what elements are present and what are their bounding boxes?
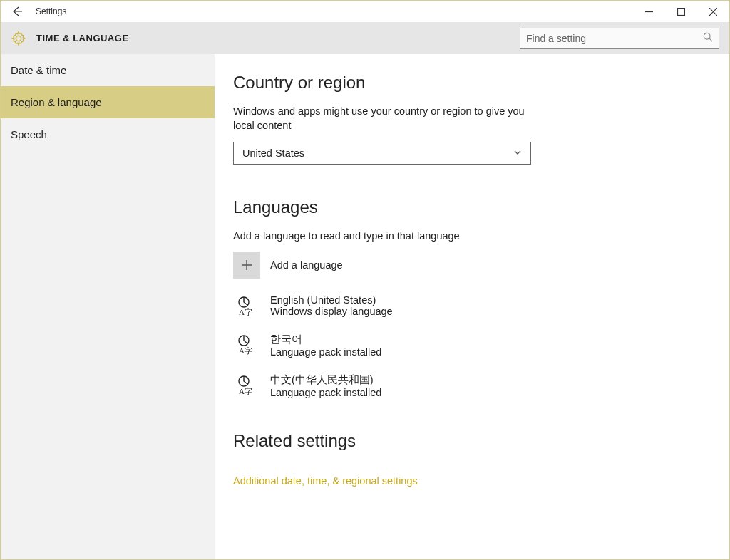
maximize-icon <box>677 8 685 16</box>
body: Date & time Region & language Speech Cou… <box>1 54 729 559</box>
related-link[interactable]: Additional date, time, & regional settin… <box>233 475 418 487</box>
content-area: Country or region Windows and apps might… <box>215 54 729 559</box>
gear-icon <box>11 31 26 46</box>
svg-text:A字: A字 <box>239 387 252 395</box>
sidebar-item-label: Speech <box>11 128 47 140</box>
svg-rect-0 <box>678 8 685 15</box>
sidebar-item-date-time[interactable]: Date & time <box>1 54 215 86</box>
language-name: 한국어 <box>270 333 381 346</box>
country-dropdown[interactable]: United States <box>233 142 531 165</box>
language-name: English (United States) <box>270 294 393 306</box>
sidebar-item-region-language[interactable]: Region & language <box>1 86 215 118</box>
language-sub: Windows display language <box>270 306 393 317</box>
country-heading: Country or region <box>233 73 729 93</box>
window-controls <box>633 1 729 22</box>
sidebar: Date & time Region & language Speech <box>1 54 215 559</box>
language-name: 中文(中华人民共和国) <box>270 373 381 387</box>
language-item[interactable]: A字 한국어 Language pack installed <box>233 333 729 358</box>
titlebar: Settings <box>1 1 729 22</box>
settings-window: Settings TIME & LANGUAGE <box>0 0 730 560</box>
close-button[interactable] <box>697 1 729 22</box>
search-box[interactable] <box>520 28 719 49</box>
svg-text:A字: A字 <box>239 308 252 316</box>
language-item[interactable]: A字 English (United States) Windows displ… <box>233 294 729 317</box>
language-icon: A字 <box>233 294 260 317</box>
minimize-button[interactable] <box>633 1 665 22</box>
sidebar-item-label: Region & language <box>11 96 102 108</box>
plus-icon <box>233 252 260 279</box>
search-input[interactable] <box>526 33 699 44</box>
arrow-left-icon <box>11 6 23 17</box>
add-language-button[interactable]: Add a language <box>233 252 729 279</box>
minimize-icon <box>645 8 653 16</box>
languages-blurb: Add a language to read and type in that … <box>233 229 533 243</box>
sidebar-item-speech[interactable]: Speech <box>1 118 215 150</box>
country-blurb: Windows and apps might use your country … <box>233 104 533 133</box>
add-language-label: Add a language <box>270 259 343 271</box>
close-icon <box>709 8 717 16</box>
language-item[interactable]: A字 中文(中华人民共和国) Language pack installed <box>233 373 729 398</box>
maximize-button[interactable] <box>665 1 697 22</box>
svg-point-1 <box>704 33 710 39</box>
language-sub: Language pack installed <box>270 387 381 398</box>
back-button[interactable] <box>1 1 33 22</box>
search-icon <box>703 32 713 45</box>
country-selected: United States <box>242 147 304 159</box>
header-section-title: TIME & LANGUAGE <box>36 33 520 43</box>
languages-heading: Languages <box>233 197 729 217</box>
header-bar: TIME & LANGUAGE <box>1 22 729 54</box>
language-sub: Language pack installed <box>270 346 381 358</box>
related-heading: Related settings <box>233 431 729 451</box>
svg-text:A字: A字 <box>239 346 252 355</box>
language-icon: A字 <box>233 373 260 396</box>
sidebar-item-label: Date & time <box>11 64 66 76</box>
chevron-down-icon <box>513 147 522 159</box>
language-icon: A字 <box>233 333 260 356</box>
window-title: Settings <box>36 6 633 16</box>
